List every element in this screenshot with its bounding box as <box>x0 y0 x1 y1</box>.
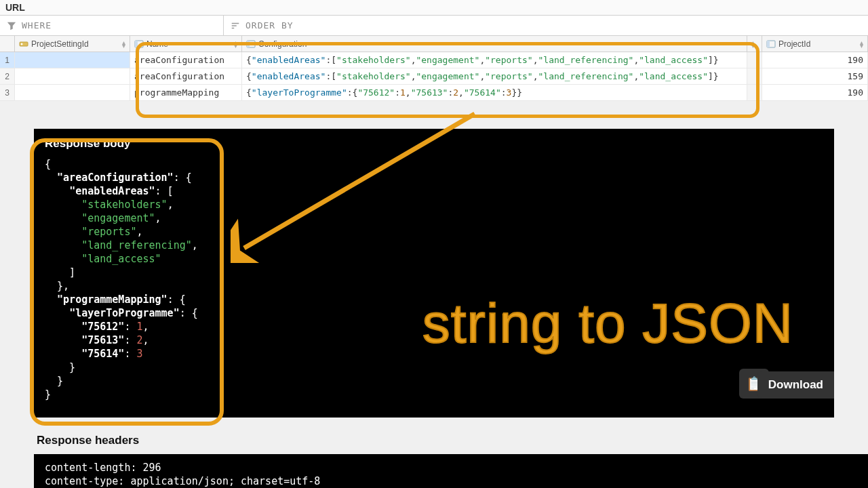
column-header-projectid[interactable]: ProjectId ▴▾ <box>762 36 868 52</box>
cell-configuration[interactable]: {"enabledAreas":["stakeholders","engagem… <box>242 68 747 84</box>
column-icon <box>766 39 776 49</box>
response-body-title: Response body <box>45 137 823 150</box>
column-label: Name <box>146 39 231 49</box>
url-bar-label: URL <box>0 0 868 16</box>
response-body-json[interactable]: { "areaConfiguration": { "enabledAreas":… <box>45 157 823 401</box>
cell-spacer <box>747 85 762 100</box>
sort-indicator-icon: ▴▾ <box>751 41 755 47</box>
key-column-icon <box>19 39 28 49</box>
column-header-configuration[interactable]: Configuration <box>242 36 747 52</box>
where-filter[interactable]: WHERE <box>0 16 224 35</box>
cell-spacer <box>747 68 762 84</box>
svg-point-1 <box>21 43 23 45</box>
grid-body: 1areaConfiguration{"enabledAreas":["stak… <box>0 52 868 101</box>
sort-icon <box>231 21 240 30</box>
row-number: 1 <box>0 52 15 68</box>
where-label: WHERE <box>22 20 52 30</box>
svg-rect-3 <box>135 41 138 47</box>
cell-spacer <box>747 52 762 68</box>
orderby-filter[interactable]: ORDER BY <box>224 16 868 35</box>
column-icon <box>246 39 256 49</box>
cell-project-setting-id[interactable] <box>15 68 130 84</box>
sort-indicator-icon: ▴▾ <box>122 41 125 47</box>
column-header-psid[interactable]: ProjectSettingId ▴▾ <box>15 36 130 52</box>
column-icon <box>134 39 144 49</box>
table-row[interactable]: 2areaConfiguration{"enabledAreas":["stak… <box>0 68 868 85</box>
cell-name[interactable]: programmeMapping <box>130 85 242 100</box>
row-number: 2 <box>0 68 15 84</box>
svg-rect-7 <box>767 41 770 47</box>
orderby-label: ORDER BY <box>245 20 294 30</box>
column-header-name[interactable]: Name ▴▾ <box>130 36 242 52</box>
grid-header-row: ProjectSettingId ▴▾ Name ▴▾ Configuratio… <box>0 36 868 52</box>
sort-indicator-icon: ▴▾ <box>860 41 863 47</box>
cell-project-setting-id[interactable] <box>15 85 130 100</box>
cell-configuration[interactable]: {"layerToProgramme":{"75612":1,"75613":2… <box>242 85 747 100</box>
column-header-filter[interactable]: ▴▾ <box>747 36 762 52</box>
cell-name[interactable]: areaConfiguration <box>130 52 242 68</box>
cell-project-id[interactable]: 159 <box>762 68 868 84</box>
table-row[interactable]: 3programmeMapping{"layerToProgramme":{"7… <box>0 85 868 101</box>
funnel-icon <box>7 21 16 30</box>
table-row[interactable]: 1areaConfiguration{"enabledAreas":["stak… <box>0 52 868 68</box>
cell-name[interactable]: areaConfiguration <box>130 68 242 84</box>
filter-bar: WHERE ORDER BY <box>0 16 868 36</box>
column-label: ProjectId <box>778 39 857 49</box>
download-button[interactable]: Download <box>757 371 834 399</box>
sort-indicator-icon: ▴▾ <box>234 41 237 47</box>
cell-project-id[interactable]: 190 <box>762 85 868 100</box>
rownum-header <box>0 36 15 52</box>
cell-configuration[interactable]: {"enabledAreas":["stakeholders","engagem… <box>242 52 747 68</box>
cell-project-setting-id[interactable] <box>15 52 130 68</box>
row-number: 3 <box>0 85 15 100</box>
data-grid: ProjectSettingId ▴▾ Name ▴▾ Configuratio… <box>0 36 868 101</box>
column-label: ProjectSettingId <box>31 39 119 49</box>
cell-project-id[interactable]: 190 <box>762 52 868 68</box>
annotation-label: string to JSON <box>422 291 793 355</box>
column-label: Configuration <box>258 39 743 49</box>
response-headers-body: content-length: 296 content-type: applic… <box>34 454 868 488</box>
response-body-panel: Response body { "areaConfiguration": { "… <box>34 129 834 418</box>
svg-rect-5 <box>247 41 250 47</box>
response-headers-title: Response headers <box>37 434 139 447</box>
